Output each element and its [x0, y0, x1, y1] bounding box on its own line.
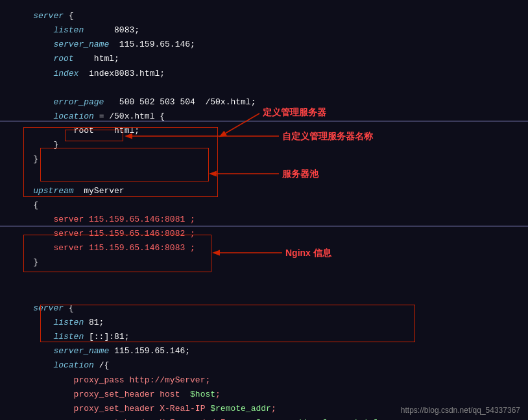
code-line: } — [0, 138, 528, 152]
code-line — [0, 81, 528, 95]
code-line: listen 81; — [0, 316, 528, 330]
code-line: proxy_set_header host $host; — [0, 388, 528, 402]
section-divider-2 — [0, 226, 528, 227]
code-line: location /{ — [0, 358, 528, 373]
code-line — [0, 170, 528, 184]
code-line: } — [0, 255, 528, 270]
code-line: listen [::]:81; — [0, 330, 528, 344]
code-line: error_page 500 502 503 504 /50x.html; — [0, 95, 528, 110]
code-line: root html; — [0, 124, 528, 138]
code-line: server 115.159.65.146:8083 ; — [0, 241, 528, 255]
code-line: proxy_set_header X-Forwarded-For $proxy_… — [0, 416, 528, 420]
code-line: server 115.159.65.146:8082 ; — [0, 227, 528, 241]
code-line: proxy_pass http://myServer; — [0, 373, 528, 388]
watermark: https://blog.csdn.net/qq_54337367 — [401, 406, 520, 415]
code-line: listen 8083; — [0, 23, 528, 38]
code-line: root html; — [0, 52, 528, 66]
code-container: server { listen 8083; server_name 115.15… — [0, 0, 528, 420]
code-line: server { — [0, 301, 528, 316]
code-line: server_name 115.159.65.146; — [0, 38, 528, 52]
code-line — [0, 270, 528, 285]
code-line: server 115.159.65.146:8081 ; — [0, 213, 528, 227]
code-line: upstream myServer — [0, 184, 528, 198]
code-line: server { — [0, 9, 528, 23]
section-divider — [0, 121, 528, 122]
code-line: server_name 115.159.65.146; — [0, 344, 528, 358]
code-line: { — [0, 198, 528, 213]
code-line: index index8083.html; — [0, 67, 528, 81]
code-line: } — [0, 152, 528, 167]
code-line — [0, 287, 528, 301]
